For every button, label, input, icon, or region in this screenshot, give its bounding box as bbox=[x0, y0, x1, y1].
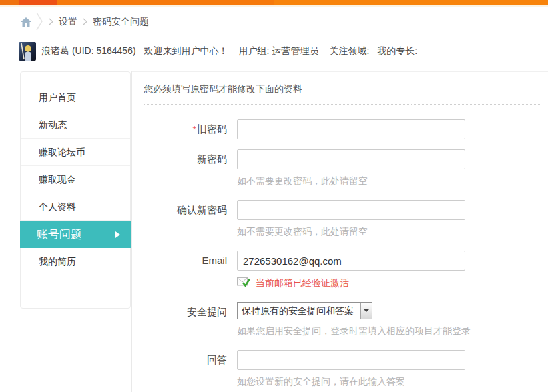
sidebar-item-profile[interactable]: 个人资料 bbox=[21, 193, 130, 221]
confirm-password-hint: 如不需要更改密码，此处请留空 bbox=[237, 226, 541, 238]
security-question-selected-option: 保持原有的安全提问和答案 bbox=[238, 303, 360, 319]
security-question-hint: 如果您启用安全提问，登录时需填入相应的项目才能登录 bbox=[237, 325, 541, 337]
answer-hint: 如您设置新的安全提问，请在此输入答案 bbox=[237, 376, 541, 388]
dotted-divider bbox=[144, 104, 541, 105]
home-icon[interactable] bbox=[20, 17, 32, 27]
email-verified-status: 当前邮箱已经验证激活 bbox=[237, 277, 541, 289]
security-question-select[interactable]: 保持原有的安全提问和答案 bbox=[237, 302, 372, 319]
new-password-hint: 如不需要更改密码，此处请留空 bbox=[237, 175, 541, 187]
mail-verified-icon bbox=[237, 277, 250, 289]
answer-label: 回答 bbox=[144, 350, 227, 370]
content-divider bbox=[131, 71, 132, 392]
old-password-input[interactable] bbox=[237, 119, 465, 139]
confirm-password-label: 确认新密码 bbox=[144, 200, 227, 220]
sidebar-item-earn-cash[interactable]: 赚取现金 bbox=[21, 166, 130, 193]
email-input[interactable] bbox=[237, 251, 465, 271]
topbar-active-segment bbox=[19, 0, 57, 5]
header-divider bbox=[13, 37, 548, 37]
form-notice: 您必须填写原密码才能修改下面的资料 bbox=[144, 83, 541, 95]
confirm-password-input[interactable] bbox=[237, 200, 465, 220]
topbar-underline bbox=[0, 5, 548, 7]
top-nav-bar bbox=[0, 0, 548, 5]
breadcrumb: 设置 密码安全问题 bbox=[20, 12, 149, 32]
chevron-down-icon[interactable] bbox=[360, 303, 372, 319]
username-text: 浪诸葛 (UID: 5164456) bbox=[41, 45, 136, 57]
sidebar-item-earn-forum-coins[interactable]: 赚取论坛币 bbox=[21, 139, 130, 166]
chevron-right-icon bbox=[83, 17, 87, 27]
old-password-label: *旧密码 bbox=[144, 119, 227, 139]
topbar-segment bbox=[0, 0, 19, 5]
user-info-bar: 浪诸葛 (UID: 5164456) 欢迎来到用户中心！ 用户组: 运营管理员 … bbox=[19, 42, 417, 61]
required-asterisk: * bbox=[192, 123, 196, 135]
user-group-text: 用户组: 运营管理员 bbox=[239, 45, 319, 57]
new-password-label: 新密码 bbox=[144, 149, 227, 169]
welcome-text: 欢迎来到用户中心！ bbox=[144, 45, 228, 57]
new-password-input[interactable] bbox=[237, 149, 465, 169]
breadcrumb-divider-icon bbox=[35, 11, 43, 33]
sidebar-item-label: 账号问题 bbox=[37, 221, 82, 248]
avatar[interactable] bbox=[19, 42, 36, 61]
sidebar-item-account-issues[interactable]: 账号问题 bbox=[20, 221, 131, 248]
sidebar-item-new-activity[interactable]: 新动态 bbox=[21, 111, 130, 139]
account-security-form: 您必须填写原密码才能修改下面的资料 *旧密码 新密码 如不需要更改密码，此处请留… bbox=[144, 83, 541, 392]
breadcrumb-item-settings[interactable]: 设置 bbox=[59, 16, 77, 28]
active-arrow-icon bbox=[115, 231, 120, 238]
specialty-text: 我的专长: bbox=[377, 45, 417, 57]
sidebar: 用户首页 新动态 赚取论坛币 赚取现金 个人资料 账号问题 我的简历 bbox=[20, 71, 131, 309]
breadcrumb-item-current: 密码安全问题 bbox=[93, 16, 149, 28]
sidebar-item-user-home[interactable]: 用户首页 bbox=[21, 84, 130, 111]
email-verified-text: 当前邮箱已经验证激活 bbox=[256, 277, 349, 289]
email-label: Email bbox=[144, 251, 227, 271]
chevron-right-icon bbox=[49, 17, 53, 27]
main-top-border bbox=[132, 71, 548, 72]
security-question-label: 安全提问 bbox=[144, 302, 227, 322]
sidebar-item-my-resume[interactable]: 我的简历 bbox=[21, 248, 130, 275]
answer-input[interactable] bbox=[237, 350, 465, 370]
topbar-segment bbox=[274, 0, 548, 5]
focus-area-text: 关注领域: bbox=[329, 45, 369, 57]
